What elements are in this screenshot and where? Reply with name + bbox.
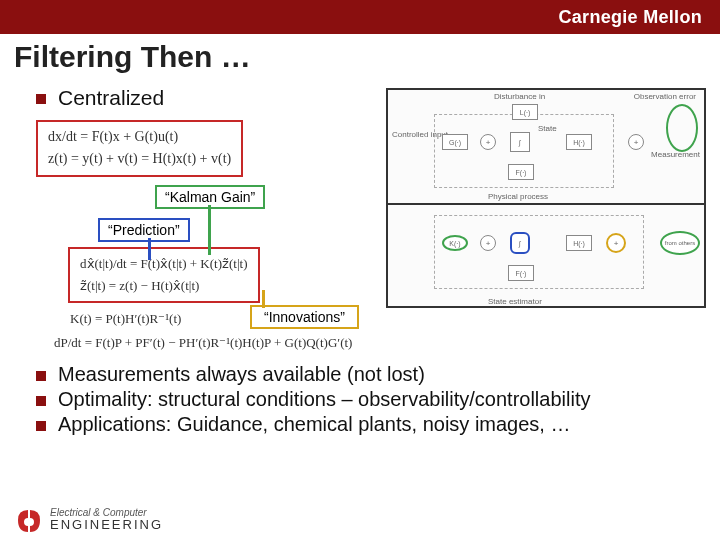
logo-text: Electrical & Computer ENGINEERING [50,508,163,532]
eq-est2: z̃(t|t) = z(t) − H(t)x̂(t|t) [80,275,248,297]
box-F2: F(·) [508,265,534,281]
header-bar: Carnegie Mellon [0,0,720,34]
lbl-state: State [538,124,557,133]
box-H2: H(·) [566,235,592,251]
box-F: F(·) [508,164,534,180]
lbl-est: State estimator [488,297,542,306]
lbl-phys: Physical process [488,192,548,201]
box-int: ∫ [510,132,530,152]
ellipse-green-1 [666,104,698,152]
arrow-blue [148,238,151,260]
bullet-marker [36,421,46,431]
diagram-state-estimator: State estimator K(·) + ∫ H(·) + F(·) fro… [388,205,704,308]
bullet-marker [36,371,46,381]
estimator-equations-box: dx̂(t|t)/dt = F(t)x̂(t|t) + K(t)z̃(t|t) … [68,247,260,303]
footer-logo: Electrical & Computer ENGINEERING [14,506,163,534]
arrow-green [208,205,223,255]
eq-gain: K(t) = P(t)H′(t)R⁻¹(t) [70,311,706,327]
label-innovations: “Innovations” [250,305,359,329]
box-H: H(·) [566,134,592,150]
sum-3: + [480,235,496,251]
eq-riccati: dP/dt = F(t)P + PF′(t) − PH′(t)R⁻¹(t)H(t… [54,335,706,351]
box-K: K(·) [442,235,468,251]
slide-title: Filtering Then … [0,34,720,80]
org-name: Carnegie Mellon [558,7,702,28]
bullet-text: Applications: Guidance, chemical plants,… [58,413,570,436]
sum-1: + [480,134,496,150]
diagram-physical-process: Disturbance in Observation error Control… [388,90,704,205]
system-equations-box: dx/dt = F(t)x + G(t)u(t) z(t) = y(t) + v… [36,120,243,177]
list-item: Applications: Guidance, chemical plants,… [14,413,706,436]
bullet-list-bottom: Measurements always available (not lost)… [14,363,706,436]
list-item: Optimality: structural conditions – obse… [14,388,706,411]
block-diagram: Disturbance in Observation error Control… [386,88,706,308]
eq-est1: dx̂(t|t)/dt = F(t)x̂(t|t) + K(t)z̃(t|t) [80,253,248,275]
bullet-text: Optimality: structural conditions – obse… [58,388,590,411]
lbl-obs-err: Observation error [634,92,696,101]
label-prediction: “Prediction” [98,218,190,242]
dept-line2: ENGINEERING [50,518,163,532]
bullet-text: Centralized [58,86,164,110]
lbl-measurement: Measurement [651,150,700,159]
eq-sys2: z(t) = y(t) + v(t) = H(t)x(t) + v(t) [48,148,231,170]
arrow-yellow [262,290,265,308]
box-L: L(·) [512,104,538,120]
box-from-others: from others [660,231,700,255]
eq-sys1: dx/dt = F(t)x + G(t)u(t) [48,126,231,148]
box-G: G(·) [442,134,468,150]
logo-icon [14,506,44,534]
sum-2: + [628,134,644,150]
box-int2: ∫ [510,232,530,254]
sum-innov: + [606,233,626,253]
bullet-marker [36,94,46,104]
bullet-marker [36,396,46,406]
list-item: Measurements always available (not lost) [14,363,706,386]
bullet-text: Measurements always available (not lost) [58,363,425,386]
content-area: Centralized dx/dt = F(t)x + G(t)u(t) z(t… [0,80,720,436]
lbl-disturbance: Disturbance in [494,92,545,101]
